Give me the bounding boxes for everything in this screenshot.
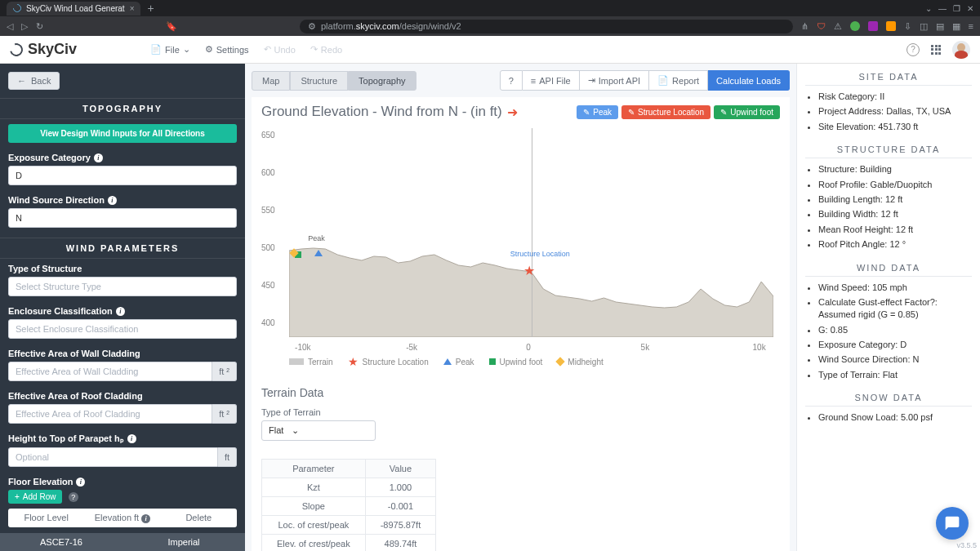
refresh-icon[interactable]: ↻ — [36, 21, 43, 32]
apps-grid-icon[interactable] — [931, 45, 941, 55]
menu-icon[interactable]: ≡ — [969, 21, 973, 31]
close-window-icon[interactable]: ✕ — [967, 4, 973, 13]
floor-table-header: Floor Level Elevation ft i Delete — [8, 509, 237, 527]
snow-data-title: SNOW DATA — [805, 389, 972, 407]
list-item: Site Elevation: 451.730 ft — [818, 121, 972, 133]
upwind-foot-chip[interactable]: ✎ Upwind foot — [714, 105, 780, 119]
enclosure-select[interactable]: Select Enclosure Classification — [8, 319, 237, 339]
new-tab-button[interactable]: + — [147, 2, 154, 15]
info-icon[interactable]: i — [94, 153, 103, 162]
info-icon[interactable]: i — [108, 196, 117, 205]
chart-legend: Terrain ★Structure Location Peak Upwind … — [261, 349, 780, 371]
peak-marker-icon — [314, 250, 323, 256]
site-settings-icon[interactable]: ⚙ — [308, 21, 316, 32]
list-item: Wind Speed: 105 mph — [818, 282, 972, 294]
list-item: Roof Profile: Gable/Duopitch — [818, 179, 972, 191]
unit-label: ft — [218, 447, 237, 467]
version-label: v3.5.5 — [956, 541, 977, 549]
avatar[interactable] — [952, 41, 970, 59]
terrain-type-select[interactable]: Flat ⌄ — [261, 420, 376, 441]
floor-elevation-label: Floor Elevationi — [8, 477, 237, 487]
import-api-button[interactable]: ⇥ Import API — [580, 70, 649, 91]
bookmark-icon[interactable]: 🔖 — [166, 21, 177, 32]
exposure-category-select[interactable]: D — [8, 166, 237, 185]
help-icon[interactable]: ? — [69, 492, 78, 502]
list-item: Roof Pitch Angle: 12 ° — [818, 238, 972, 251]
table-row: Slope-0.001 — [262, 497, 436, 516]
units-tab[interactable]: Imperial — [122, 533, 245, 551]
chat-button[interactable] — [936, 507, 969, 540]
list-item: Structure: Building — [818, 163, 972, 176]
maximize-icon[interactable]: ❐ — [953, 4, 960, 13]
list-item: Type of Terrain: Flat — [818, 369, 972, 381]
roof-cladding-label: Effective Area of Roof Cladding — [8, 391, 237, 401]
tab-topography[interactable]: Topography — [348, 71, 416, 91]
url-input[interactable]: ⚙ platform.skyciv.com/design/wind/v2 — [300, 20, 793, 33]
file-menu[interactable]: 📄 File ⌄ — [150, 44, 190, 55]
terrain-data-title: Terrain Data — [261, 386, 780, 399]
add-row-button[interactable]: + Add Row — [8, 490, 62, 504]
structure-marker-icon: ★ — [523, 263, 535, 278]
download-icon[interactable]: ⇩ — [904, 21, 911, 32]
tab-structure[interactable]: Structure — [290, 71, 348, 91]
close-icon[interactable]: × — [130, 4, 135, 13]
help-button[interactable]: ? — [500, 70, 523, 91]
info-icon[interactable]: i — [116, 307, 125, 316]
back-button[interactable]: ← Back — [8, 72, 60, 90]
parapet-input[interactable] — [8, 447, 218, 467]
logo[interactable]: SkyCiv — [10, 41, 77, 58]
chart-title: Ground Elevation - Wind from N - (in ft) — [261, 104, 502, 120]
minimize-icon[interactable]: — — [938, 4, 947, 13]
calculate-loads-button[interactable]: Calculate Loads — [708, 70, 790, 91]
peak-chip[interactable]: ✎ Peak — [577, 105, 618, 119]
view-wind-inputs-button[interactable]: View Design Wind Inputs for All Directio… — [8, 124, 237, 143]
tab-map[interactable]: Map — [252, 71, 290, 91]
sidebar: ← Back TOPOGRAPHY View Design Wind Input… — [0, 64, 245, 551]
chat-icon — [944, 515, 960, 531]
code-tab[interactable]: ASCE7-16 — [0, 533, 122, 551]
section-title: TOPOGRAPHY — [0, 98, 245, 119]
shield-icon[interactable]: 🛡 — [817, 21, 826, 31]
extension-icon[interactable] — [850, 21, 860, 31]
list-item: Wind Source Direction: N — [818, 353, 972, 366]
info-icon[interactable]: i — [127, 434, 136, 443]
warning-icon[interactable]: ⚠ — [834, 21, 842, 32]
chevron-down-icon[interactable]: ⌄ — [925, 4, 932, 13]
nav-back-icon[interactable]: ◁ — [7, 21, 13, 32]
structure-type-label: Type of Structure — [8, 264, 237, 273]
terrain-type-label: Type of Terrain — [261, 407, 780, 417]
browser-tab[interactable]: SkyCiv Wind Load Generat × — [7, 2, 140, 16]
nav-forward-icon[interactable]: ▷ — [21, 21, 28, 32]
right-panel: SITE DATA Risk Category: IIProject Addre… — [796, 64, 980, 551]
list-item: Building Length: 12 ft — [818, 193, 972, 206]
table-row: Elev. of crest/peak489.74ft — [262, 535, 436, 552]
wall-cladding-label: Effective Area of Wall Cladding — [8, 349, 237, 358]
api-file-button[interactable]: ≡ API File — [523, 70, 580, 91]
table-row: Loc. of crest/peak-8975.87ft — [262, 516, 436, 535]
enclosure-label: Enclosure Classificationi — [8, 306, 237, 316]
section-title: WIND PARAMETERS — [0, 238, 245, 259]
list-item: Building Width: 12 ft — [818, 208, 972, 220]
undo-button[interactable]: ↶ Undo — [264, 44, 296, 55]
share-icon[interactable]: ⋔ — [801, 21, 808, 32]
help-icon[interactable]: ? — [906, 43, 920, 56]
unit-label: ft ² — [212, 404, 237, 424]
list-item: Project Address: Dallas, TX, USA — [818, 105, 972, 118]
arrow-right-icon: ➜ — [507, 104, 518, 120]
wind-direction-select[interactable]: N — [8, 208, 237, 228]
settings-menu[interactable]: ⚙ Settings — [205, 44, 249, 55]
extension-icon[interactable] — [868, 21, 878, 31]
reading-list-icon[interactable]: ▦ — [952, 21, 960, 32]
roof-cladding-input[interactable] — [8, 404, 212, 424]
tab-overview-icon[interactable]: ◫ — [920, 21, 928, 32]
info-icon[interactable]: i — [76, 478, 85, 487]
structure-location-chip[interactable]: ✎ Structure Location — [621, 105, 710, 119]
report-button[interactable]: 📄 Report — [649, 70, 708, 91]
unit-label: ft ² — [212, 362, 237, 381]
wall-cladding-input[interactable] — [8, 362, 212, 381]
redo-button[interactable]: ↷ Redo — [310, 44, 342, 55]
extension-icon[interactable] — [886, 21, 896, 31]
list-item: G: 0.85 — [818, 324, 972, 336]
sidebar-icon[interactable]: ▤ — [936, 21, 944, 32]
structure-type-select[interactable]: Select Structure Type — [8, 277, 237, 296]
